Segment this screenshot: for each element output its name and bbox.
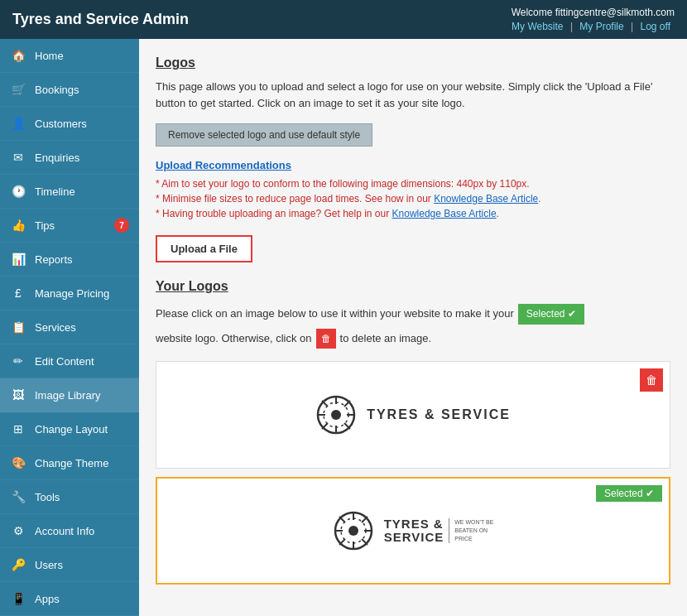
- users-icon: 🔑: [10, 556, 26, 573]
- tips-badge: 7: [114, 218, 129, 233]
- image-library-icon: 🖼: [10, 387, 26, 403]
- sidebar-item-home[interactable]: 🏠 Home: [0, 39, 139, 73]
- svg-point-1: [331, 410, 341, 420]
- upload-recommendations: Upload Recommendations * Aim to set your…: [156, 159, 670, 219]
- sidebar-item-timeline[interactable]: 🕐 Timeline: [0, 175, 139, 209]
- my-profile-link[interactable]: My Profile: [579, 21, 623, 32]
- log-off-link[interactable]: Log off: [641, 21, 670, 32]
- sidebar-item-enquiries[interactable]: ✉ Enquiries: [0, 141, 139, 175]
- selected-badge-example: Selected ✔: [518, 304, 584, 325]
- sidebar-label-enquiries: Enquiries: [35, 152, 129, 164]
- logo-text-group-2: TYRES & SERVICE: [384, 517, 444, 545]
- wheel-icon-2: [333, 510, 374, 551]
- change-theme-icon: 🎨: [10, 455, 26, 471]
- reports-icon: 📊: [10, 251, 26, 267]
- sidebar-item-services[interactable]: 📋 Services: [0, 310, 139, 344]
- home-icon: 🏠: [10, 47, 26, 64]
- sidebar-label-bookings: Bookings: [35, 84, 129, 96]
- sidebar-label-apps: Apps: [35, 593, 129, 605]
- sidebar-item-customers[interactable]: 👤 Customers: [0, 107, 139, 141]
- kb-link-1[interactable]: Knowledge Base Article: [434, 193, 538, 205]
- sidebar-item-change-layout[interactable]: ⊞ Change Layout: [0, 412, 139, 446]
- logo-service-2: SERVICE: [384, 531, 444, 545]
- kb-link-2[interactable]: Knowledge Base Article: [392, 208, 497, 219]
- account-info-icon: ⚙: [10, 522, 26, 539]
- welcome-text: Welcome fittingcentre@silkmoth.com: [507, 7, 675, 18]
- sidebar-item-tools[interactable]: 🔧 Tools: [0, 480, 139, 514]
- sidebar-label-change-theme: Change Theme: [35, 457, 129, 469]
- sidebar-item-change-theme[interactable]: 🎨 Change Theme: [0, 446, 139, 480]
- sidebar-label-image-library: Image Library: [35, 389, 129, 402]
- logo-text-1: TYRES & SERVICE: [367, 407, 511, 422]
- sidebar-item-reports[interactable]: 📊 Reports: [0, 243, 139, 277]
- sidebar-item-edit-content[interactable]: ✏ Edit Content: [0, 344, 139, 378]
- remove-logo-button[interactable]: Remove selected logo and use default sty…: [156, 123, 372, 147]
- upload-file-button[interactable]: Upload a File: [156, 235, 252, 262]
- tips-icon: 👍: [10, 217, 26, 233]
- tools-icon: 🔧: [10, 488, 26, 505]
- page-description: This page allows you to upload and selec…: [156, 79, 670, 111]
- rec-item-1: * Aim to set your logo to conform to the…: [156, 178, 670, 190]
- sidebar-label-home: Home: [35, 50, 129, 62]
- logo-tagline-2: WE WON'T BEBEATEN ONPRICE: [449, 518, 493, 542]
- header: Tyres and Service Admin Welcome fittingc…: [0, 0, 687, 39]
- services-icon: 📋: [10, 319, 26, 335]
- sidebar-label-customers: Customers: [35, 118, 129, 130]
- recommendations-title: Upload Recommendations: [156, 159, 670, 171]
- rec-item-2: * Minimise file sizes to reduce page loa…: [156, 193, 670, 205]
- sidebar-item-tips[interactable]: 👍 Tips 7: [0, 209, 139, 243]
- header-links: My Website | My Profile | Log off: [507, 21, 675, 32]
- sidebar-label-tips: Tips: [35, 219, 110, 232]
- sidebar-label-reports: Reports: [35, 253, 129, 266]
- sidebar-item-apps[interactable]: 📱 Apps: [0, 582, 139, 616]
- sidebar-label-users: Users: [35, 559, 129, 571]
- your-logos-title: Your Logos: [156, 279, 670, 294]
- sidebar: 🏠 Home 🛒 Bookings 👤 Customers ✉ Enquirie…: [0, 39, 139, 616]
- logo-content-1: TYRES & SERVICE: [315, 394, 511, 436]
- logo-content-2: TYRES & SERVICE WE WON'T BEBEATEN ONPRIC…: [333, 510, 494, 551]
- sidebar-label-account-info: Account Info: [35, 525, 129, 537]
- logo-right-group: TYRES & SERVICE WE WON'T BEBEATEN ONPRIC…: [384, 517, 494, 545]
- enquiries-icon: ✉: [10, 149, 26, 166]
- change-layout-icon: ⊞: [10, 421, 26, 437]
- main-content: Logos This page allows you to upload and…: [139, 39, 687, 616]
- manage-pricing-icon: £: [10, 285, 26, 301]
- my-website-link[interactable]: My Website: [512, 21, 563, 32]
- delete-logo-1-button[interactable]: 🗑: [640, 368, 663, 392]
- logos-description: Please click on an image below to use it…: [156, 304, 670, 349]
- apps-icon: 📱: [10, 590, 26, 607]
- sidebar-item-account-info[interactable]: ⚙ Account Info: [0, 514, 139, 548]
- main-layout: 🏠 Home 🛒 Bookings 👤 Customers ✉ Enquirie…: [0, 39, 687, 616]
- sidebar-label-manage-pricing: Manage Pricing: [35, 287, 129, 300]
- header-user-info: Welcome fittingcentre@silkmoth.com My We…: [507, 7, 675, 32]
- logo-brand-2: TYRES &: [384, 517, 444, 532]
- app-title: Tyres and Service Admin: [12, 11, 189, 28]
- wheel-icon-1: [315, 394, 357, 436]
- sidebar-item-manage-pricing[interactable]: £ Manage Pricing: [0, 277, 139, 310]
- sidebar-label-timeline: Timeline: [35, 185, 129, 198]
- logo-card-1[interactable]: TYRES & SERVICE 🗑: [156, 361, 670, 469]
- logo-selected-badge-2: Selected ✔: [596, 485, 662, 502]
- svg-point-12: [348, 526, 358, 536]
- customers-icon: 👤: [10, 115, 26, 132]
- sidebar-item-bookings[interactable]: 🛒 Bookings: [0, 73, 139, 107]
- logo-card-2[interactable]: TYRES & SERVICE WE WON'T BEBEATEN ONPRIC…: [156, 477, 670, 585]
- sidebar-label-change-layout: Change Layout: [35, 423, 129, 436]
- timeline-icon: 🕐: [10, 183, 26, 200]
- rec-item-3: * Having trouble uploading an image? Get…: [156, 208, 670, 219]
- sidebar-item-users[interactable]: 🔑 Users: [0, 548, 139, 582]
- sidebar-item-image-library[interactable]: 🖼 Image Library: [0, 378, 139, 412]
- edit-content-icon: ✏: [10, 353, 26, 369]
- page-title: Logos: [156, 55, 670, 70]
- delete-icon-example: 🗑: [316, 329, 336, 349]
- bookings-icon: 🛒: [10, 81, 26, 98]
- sidebar-label-tools: Tools: [35, 491, 129, 503]
- sidebar-label-edit-content: Edit Content: [35, 355, 129, 368]
- sidebar-label-services: Services: [35, 321, 129, 334]
